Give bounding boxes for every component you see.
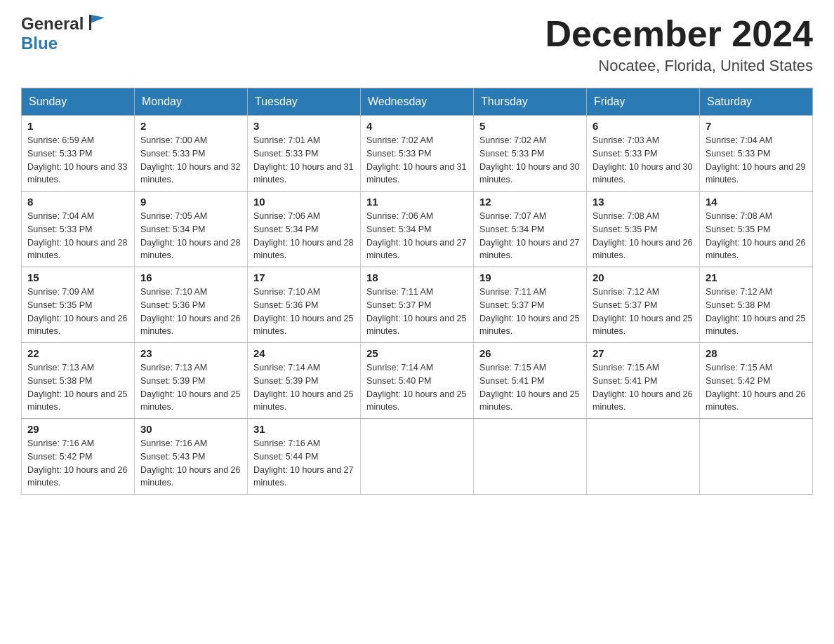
day-number: 27 [593,347,694,359]
day-number: 8 [27,196,128,208]
day-number: 6 [593,120,694,132]
day-number: 11 [366,196,468,208]
calendar-cell: 20 Sunrise: 7:12 AMSunset: 5:37 PMDaylig… [587,267,700,343]
weekday-header-sunday: Sunday [22,88,135,116]
day-number: 2 [140,120,241,132]
logo-blue-text: Blue [21,34,58,53]
calendar-cell: 27 Sunrise: 7:15 AMSunset: 5:41 PMDaylig… [587,343,700,419]
calendar-week-row: 15 Sunrise: 7:09 AMSunset: 5:35 PMDaylig… [22,267,813,343]
day-info: Sunrise: 7:10 AMSunset: 5:36 PMDaylight:… [253,287,353,336]
day-info: Sunrise: 7:16 AMSunset: 5:44 PMDaylight:… [253,438,353,488]
calendar-cell: 31 Sunrise: 7:16 AMSunset: 5:44 PMDaylig… [248,419,361,495]
day-number: 22 [27,347,128,359]
day-number: 23 [140,347,241,359]
calendar-cell: 22 Sunrise: 7:13 AMSunset: 5:38 PMDaylig… [22,343,135,419]
calendar-week-row: 1 Sunrise: 6:59 AMSunset: 5:33 PMDayligh… [22,116,813,192]
day-number: 21 [706,271,807,283]
day-number: 10 [253,196,355,208]
calendar-cell: 8 Sunrise: 7:04 AMSunset: 5:33 PMDayligh… [22,192,135,267]
title-area: December 2024 Nocatee, Florida, United S… [545,14,813,75]
weekday-header-friday: Friday [587,88,700,116]
calendar-cell: 13 Sunrise: 7:08 AMSunset: 5:35 PMDaylig… [587,192,700,267]
calendar-cell: 25 Sunrise: 7:14 AMSunset: 5:40 PMDaylig… [361,343,474,419]
month-title: December 2024 [545,14,813,54]
day-info: Sunrise: 7:09 AMSunset: 5:35 PMDaylight:… [27,287,127,336]
day-info: Sunrise: 7:14 AMSunset: 5:40 PMDaylight:… [366,363,466,412]
logo-flag-icon [85,12,106,33]
day-info: Sunrise: 7:13 AMSunset: 5:38 PMDaylight:… [27,363,127,412]
calendar-week-row: 8 Sunrise: 7:04 AMSunset: 5:33 PMDayligh… [22,192,813,267]
day-info: Sunrise: 7:01 AMSunset: 5:33 PMDaylight:… [253,135,353,185]
day-info: Sunrise: 7:15 AMSunset: 5:42 PMDaylight:… [706,363,805,412]
calendar-week-row: 22 Sunrise: 7:13 AMSunset: 5:38 PMDaylig… [22,343,813,419]
day-info: Sunrise: 7:15 AMSunset: 5:41 PMDaylight:… [479,363,579,412]
weekday-header-monday: Monday [135,88,248,116]
day-number: 16 [140,271,241,283]
weekday-header-saturday: Saturday [700,88,813,116]
day-info: Sunrise: 7:04 AMSunset: 5:33 PMDaylight:… [706,135,805,185]
day-info: Sunrise: 7:08 AMSunset: 5:35 PMDaylight:… [706,211,805,260]
day-info: Sunrise: 7:11 AMSunset: 5:37 PMDaylight:… [479,287,579,336]
calendar-table: SundayMondayTuesdayWednesdayThursdayFrid… [21,88,813,495]
calendar-cell: 21 Sunrise: 7:12 AMSunset: 5:38 PMDaylig… [700,267,813,343]
day-number: 7 [706,120,807,132]
calendar-week-row: 29 Sunrise: 7:16 AMSunset: 5:42 PMDaylig… [22,419,813,495]
calendar-cell: 10 Sunrise: 7:06 AMSunset: 5:34 PMDaylig… [248,192,361,267]
day-number: 25 [366,347,468,359]
day-number: 9 [140,196,241,208]
calendar-cell: 11 Sunrise: 7:06 AMSunset: 5:34 PMDaylig… [361,192,474,267]
day-number: 24 [253,347,355,359]
day-info: Sunrise: 7:12 AMSunset: 5:38 PMDaylight:… [706,287,805,336]
day-info: Sunrise: 7:00 AMSunset: 5:33 PMDaylight:… [140,135,240,185]
day-info: Sunrise: 7:02 AMSunset: 5:33 PMDaylight:… [366,135,466,185]
calendar-cell: 16 Sunrise: 7:10 AMSunset: 5:36 PMDaylig… [135,267,248,343]
day-info: Sunrise: 6:59 AMSunset: 5:33 PMDaylight:… [27,135,127,185]
day-info: Sunrise: 7:15 AMSunset: 5:41 PMDaylight:… [593,363,692,412]
calendar-cell: 29 Sunrise: 7:16 AMSunset: 5:42 PMDaylig… [22,419,135,495]
day-number: 3 [253,120,355,132]
day-number: 20 [593,271,694,283]
calendar-cell: 30 Sunrise: 7:16 AMSunset: 5:43 PMDaylig… [135,419,248,495]
calendar-cell: 28 Sunrise: 7:15 AMSunset: 5:42 PMDaylig… [700,343,813,419]
day-number: 12 [479,196,581,208]
logo: General Blue [21,14,106,53]
calendar-cell: 5 Sunrise: 7:02 AMSunset: 5:33 PMDayligh… [474,116,587,192]
day-number: 26 [479,347,581,359]
logo-general-text: General [21,14,84,34]
day-number: 19 [479,271,581,283]
day-info: Sunrise: 7:11 AMSunset: 5:37 PMDaylight:… [366,287,466,336]
weekday-header-wednesday: Wednesday [361,88,474,116]
day-number: 13 [593,196,694,208]
location-subtitle: Nocatee, Florida, United States [545,57,813,75]
day-info: Sunrise: 7:16 AMSunset: 5:42 PMDaylight:… [27,438,127,488]
weekday-header-thursday: Thursday [474,88,587,116]
day-number: 17 [253,271,355,283]
weekday-header-tuesday: Tuesday [248,88,361,116]
day-info: Sunrise: 7:04 AMSunset: 5:33 PMDaylight:… [27,211,127,260]
calendar-cell: 24 Sunrise: 7:14 AMSunset: 5:39 PMDaylig… [248,343,361,419]
day-number: 14 [706,196,807,208]
day-info: Sunrise: 7:13 AMSunset: 5:39 PMDaylight:… [140,363,240,412]
calendar-cell: 9 Sunrise: 7:05 AMSunset: 5:34 PMDayligh… [135,192,248,267]
calendar-cell: 4 Sunrise: 7:02 AMSunset: 5:33 PMDayligh… [361,116,474,192]
day-info: Sunrise: 7:02 AMSunset: 5:33 PMDaylight:… [479,135,579,185]
day-number: 31 [253,423,355,435]
day-number: 5 [479,120,581,132]
calendar-cell: 18 Sunrise: 7:11 AMSunset: 5:37 PMDaylig… [361,267,474,343]
day-number: 1 [27,120,128,132]
weekday-header-row: SundayMondayTuesdayWednesdayThursdayFrid… [22,88,813,116]
day-number: 29 [27,423,128,435]
svg-marker-0 [91,15,105,23]
calendar-cell [587,419,700,495]
calendar-cell [361,419,474,495]
calendar-cell: 19 Sunrise: 7:11 AMSunset: 5:37 PMDaylig… [474,267,587,343]
calendar-cell: 1 Sunrise: 6:59 AMSunset: 5:33 PMDayligh… [22,116,135,192]
calendar-cell [474,419,587,495]
day-info: Sunrise: 7:05 AMSunset: 5:34 PMDaylight:… [140,211,240,260]
day-info: Sunrise: 7:07 AMSunset: 5:34 PMDaylight:… [479,211,579,260]
calendar-cell: 15 Sunrise: 7:09 AMSunset: 5:35 PMDaylig… [22,267,135,343]
day-info: Sunrise: 7:06 AMSunset: 5:34 PMDaylight:… [366,211,466,260]
calendar-cell: 3 Sunrise: 7:01 AMSunset: 5:33 PMDayligh… [248,116,361,192]
calendar-cell: 2 Sunrise: 7:00 AMSunset: 5:33 PMDayligh… [135,116,248,192]
day-info: Sunrise: 7:06 AMSunset: 5:34 PMDaylight:… [253,211,353,260]
